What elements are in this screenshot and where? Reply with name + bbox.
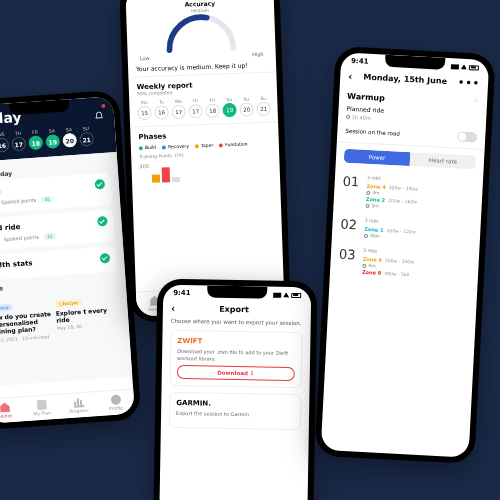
phone-today: Today TU15WE16TH17FR18SA19SA20SU21 of th… (0, 90, 141, 430)
phases-legend: BuildRecoveryTaperFundation (139, 141, 271, 151)
week-day[interactable]: Fri18 (205, 97, 220, 117)
interval-row[interactable]: 013 repsZone 4300w - 340w4mZone 2200w - … (333, 168, 483, 219)
tab-home[interactable]: Home (0, 401, 24, 420)
gauge-low-label: Low (140, 55, 150, 61)
tab-bar: HomeMy PlanProgressProfile (0, 389, 135, 424)
day-item[interactable]: FR18 (28, 129, 43, 150)
phone-export: 9:41 ‹ Export Choose where you want to e… (153, 279, 318, 500)
tab-my-plan[interactable]: My Plan (23, 399, 61, 418)
day-item[interactable]: SA20 (62, 127, 77, 148)
chevron-up-icon[interactable]: ⌃ (472, 98, 479, 107)
session-label: Session on the road (345, 128, 400, 137)
article-card[interactable]: ScienceHow do you create a personalised … (0, 291, 53, 343)
notification-badge (101, 104, 105, 108)
week-day[interactable]: Su21 (256, 96, 271, 116)
page-title: Monday, 15th June (363, 73, 447, 86)
export-logo: ZWIFT (177, 337, 295, 347)
day-selector[interactable]: TU15WE16TH17FR18SA19SA20SU21 (0, 125, 106, 154)
check-icon (100, 253, 111, 264)
back-button[interactable]: ‹ (348, 71, 353, 82)
export-card: GARMIN.Export the session to Garmin (169, 392, 302, 430)
week-day[interactable]: Su20 (239, 96, 254, 116)
week-day[interactable]: Mo15 (137, 100, 152, 120)
session-toggle[interactable] (457, 132, 477, 143)
week-day[interactable]: Tu16 (154, 99, 169, 119)
segmented-control[interactable]: Power Heart rate (344, 149, 477, 170)
health-stats-title: ealth stats (0, 259, 33, 270)
week-day[interactable]: Sa19 (222, 97, 237, 117)
gauge-high-label: High (252, 51, 264, 57)
day-item[interactable]: SU21 (79, 126, 94, 147)
notifications-icon[interactable] (93, 106, 104, 117)
export-logo: GARMIN. (176, 399, 294, 409)
tp-chart: 300 (139, 159, 272, 184)
interval-row[interactable]: 033 repsZone 4300w - 340w4mZone 6490w - … (330, 241, 480, 287)
page-title: Export (219, 305, 249, 315)
weekly-days[interactable]: Mo15Tu16We17Th17Fri18Sa19Su20Su21 (137, 96, 270, 121)
download-button[interactable]: Download ⇩ (177, 365, 295, 381)
tab-profile[interactable]: Profile (97, 393, 135, 412)
tab-progress[interactable]: Progress (60, 396, 98, 415)
tp-label: Training Points. (TP) (139, 150, 271, 160)
ride-card[interactable]: ride40mSpoked points45 (0, 173, 112, 214)
section-warmup[interactable]: Warmup (347, 92, 385, 103)
back-button[interactable]: ‹ (171, 303, 175, 314)
check-icon (97, 216, 108, 227)
week-day[interactable]: Th17 (188, 98, 203, 118)
phone-progress: Accuracy Medium Low High Your accuracy i… (119, 0, 291, 323)
seg-heartrate[interactable]: Heart rate (410, 152, 477, 169)
export-card: ZWIFTDownload your .zwo file to add to y… (170, 330, 303, 388)
notch (207, 285, 267, 298)
article-card[interactable]: LifestyleExplore t every rideMay 18, 20 (54, 286, 121, 338)
phone-workout: 9:41 ‹ Monday, 15th June ••• Warmup ⌃ Pl… (314, 46, 495, 464)
day-item[interactable]: SA19 (45, 128, 60, 149)
status-time: 9:41 (173, 289, 191, 297)
day-item[interactable]: WE16 (0, 132, 9, 153)
phases-title: Phases (138, 129, 270, 142)
ride-card[interactable]: ned ride40mSpoked points35 (0, 210, 115, 251)
more-button[interactable]: ••• (458, 77, 481, 89)
seg-power[interactable]: Power (344, 149, 411, 166)
status-icons (451, 64, 479, 70)
week-day[interactable]: We17 (171, 99, 186, 119)
check-icon (95, 179, 106, 190)
status-time: 9:41 (351, 57, 369, 66)
status-icons (273, 292, 301, 297)
day-item[interactable]: TH17 (11, 130, 26, 151)
accuracy-gauge (160, 12, 241, 55)
accuracy-text: Your accuracy is medium. Keep it up! (136, 61, 268, 73)
